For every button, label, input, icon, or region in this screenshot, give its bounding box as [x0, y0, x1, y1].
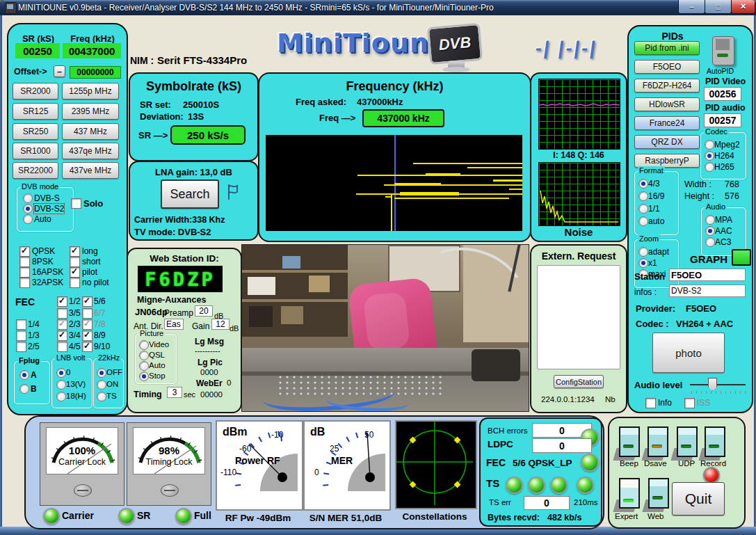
gain-input[interactable] — [211, 319, 230, 330]
udp-switch[interactable] — [677, 426, 698, 457]
picture-stop-radio[interactable] — [139, 372, 149, 381]
h265-radio[interactable] — [705, 162, 714, 172]
aac-radio[interactable] — [705, 226, 715, 236]
mpeg2-radio[interactable] — [705, 140, 714, 150]
freq-preset-button[interactable]: 1255p MHz — [62, 83, 119, 99]
fec-14-checkbox[interactable] — [16, 319, 26, 330]
pid-preset-button[interactable]: QRZ DX — [634, 135, 700, 149]
format-auto-radio[interactable] — [638, 216, 648, 226]
minimize-button[interactable]: – — [678, 0, 705, 14]
32apsk-checkbox[interactable] — [19, 278, 30, 288]
long-checkbox[interactable] — [70, 246, 80, 257]
nim-label: NIM : — [130, 55, 154, 66]
fec-45-checkbox[interactable] — [57, 342, 67, 352]
fec-910-checkbox[interactable] — [82, 342, 93, 352]
pid-preset-button[interactable]: RaspberryP — [634, 154, 700, 168]
mer-meter: dB 50 25 0 MER — [303, 420, 391, 511]
quit-button[interactable]: Quit — [672, 482, 725, 516]
sr-preset-button[interactable]: SR125 — [13, 103, 58, 120]
ac3-radio[interactable] — [705, 237, 715, 247]
station-input[interactable] — [669, 269, 746, 281]
lnb-18h-radio[interactable] — [56, 392, 66, 401]
pid-preset-button[interactable]: HDlowSR — [634, 97, 700, 111]
infos-input[interactable] — [669, 285, 746, 297]
record-indicator-button[interactable] — [703, 467, 720, 484]
8psk-checkbox[interactable] — [19, 257, 30, 267]
short-checkbox[interactable] — [70, 257, 80, 267]
fec-56-checkbox[interactable] — [82, 296, 93, 307]
web-switch[interactable] — [648, 478, 669, 509]
format-11-radio[interactable] — [638, 204, 648, 214]
graph-button[interactable] — [732, 249, 751, 266]
tone-on-radio[interactable] — [97, 380, 106, 390]
photo-button[interactable]: photo — [652, 333, 725, 373]
lnb-13v-radio[interactable] — [56, 380, 66, 390]
picture-qsl-radio[interactable] — [139, 351, 149, 360]
ant-dir-input[interactable] — [164, 319, 184, 330]
qpsk-checkbox[interactable] — [19, 246, 30, 257]
pid-preset-button[interactable]: France24 — [634, 116, 700, 130]
h264-radio[interactable] — [705, 151, 714, 161]
dvbs-radio[interactable] — [23, 193, 33, 203]
pid-preset-button[interactable]: F5OEO — [634, 60, 700, 74]
fec-23-checkbox[interactable] — [57, 319, 67, 330]
maximize-button[interactable]: □ — [705, 0, 732, 14]
format-43-radio[interactable] — [638, 179, 648, 189]
freq-preset-button[interactable]: 437 MHz — [62, 123, 119, 140]
freq-preset-button[interactable]: 437ve MHz — [62, 162, 119, 179]
fec-34-checkbox[interactable] — [57, 330, 67, 341]
iss-checkbox[interactable] — [684, 398, 695, 408]
zoom-x1-radio[interactable] — [638, 258, 648, 268]
sr-preset-button[interactable]: SR2000 — [13, 83, 58, 99]
fec-78-checkbox[interactable] — [82, 319, 93, 330]
fec-89-checkbox[interactable] — [82, 330, 93, 341]
close-button[interactable]: ✕ — [731, 0, 755, 14]
search-button[interactable]: Search — [161, 179, 219, 209]
timing-input[interactable] — [167, 387, 182, 398]
dsave-switch[interactable] — [648, 426, 668, 457]
pilot-checkbox[interactable] — [70, 267, 80, 278]
meter-knob[interactable] — [161, 484, 179, 497]
tone-ts-radio[interactable] — [97, 392, 106, 401]
nopilot-checkbox[interactable] — [70, 278, 80, 288]
record-switch[interactable] — [705, 426, 725, 457]
fec-13-checkbox[interactable] — [16, 330, 26, 341]
config-station-button[interactable]: ConfigStation — [554, 375, 604, 388]
pid-preset-button[interactable]: Pid from .ini — [634, 41, 700, 55]
dvb-auto-radio[interactable] — [23, 214, 33, 224]
fplug-b-radio[interactable] — [19, 384, 29, 394]
sr-preset-button[interactable]: SR250 — [13, 123, 58, 140]
audio-level-thumb[interactable] — [708, 378, 717, 391]
info-checkbox[interactable] — [645, 398, 656, 408]
solo-checkbox[interactable] — [71, 198, 81, 209]
mpa-radio[interactable] — [705, 215, 715, 225]
carrier-lock-meter: 100% Carrier Lock — [40, 422, 124, 506]
fec-67-checkbox[interactable] — [82, 308, 93, 319]
tone-off-radio[interactable] — [97, 368, 106, 378]
fplug-a-radio[interactable] — [19, 370, 29, 380]
picture-video-radio[interactable] — [139, 340, 149, 350]
picture-auto-radio[interactable] — [139, 361, 149, 371]
fec-35-checkbox[interactable] — [57, 308, 67, 319]
offset-minus-button[interactable]: – — [54, 65, 65, 77]
lnb-0-radio[interactable] — [56, 368, 66, 378]
audio-level-slider[interactable] — [690, 384, 746, 385]
dvb-mode-group: DVB mode DVB-S DVB-S2 Auto — [17, 187, 74, 232]
fec-25-checkbox[interactable] — [16, 342, 26, 352]
freq-preset-button[interactable]: 2395 MHz — [62, 103, 119, 120]
timing-lock-value: 98% — [134, 445, 204, 456]
16apsk-checkbox[interactable] — [19, 267, 30, 278]
meter-knob[interactable] — [74, 484, 92, 497]
pid-preset-button[interactable]: F6DZP-H264 — [634, 79, 700, 93]
autopid-icon[interactable] — [712, 36, 734, 65]
preamp-input[interactable] — [195, 305, 213, 317]
zoom-adapt-radio[interactable] — [638, 247, 648, 257]
fec-12-checkbox[interactable] — [57, 296, 67, 307]
freq-preset-button[interactable]: 437qe MHz — [62, 143, 119, 159]
format-169-radio[interactable] — [638, 191, 648, 201]
sr-preset-button[interactable]: SR22000 — [13, 162, 58, 179]
beep-switch[interactable] — [619, 426, 640, 457]
sr-preset-button[interactable]: SR1000 — [13, 143, 58, 159]
dvbs2-radio[interactable] — [23, 204, 33, 214]
expert-switch[interactable] — [619, 478, 640, 509]
